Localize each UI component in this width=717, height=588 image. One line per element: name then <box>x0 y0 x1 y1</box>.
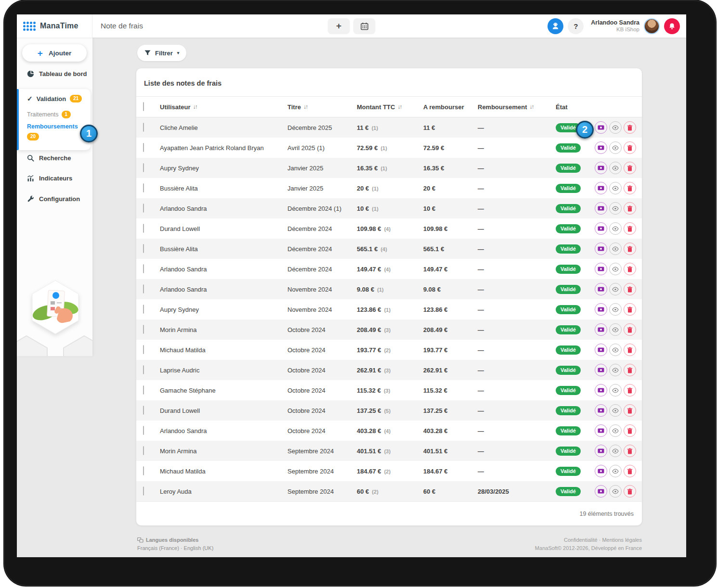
select-all-checkbox[interactable] <box>143 102 144 111</box>
delete-button[interactable] <box>624 222 636 235</box>
add-button[interactable]: + Ajouter <box>22 44 87 62</box>
view-button[interactable] <box>609 182 622 194</box>
pay-button[interactable] <box>595 162 607 174</box>
pay-button[interactable] <box>595 263 607 275</box>
view-button[interactable] <box>609 303 622 316</box>
pay-button[interactable] <box>595 424 607 437</box>
row-checkbox[interactable] <box>143 204 144 213</box>
row-checkbox[interactable] <box>143 244 144 253</box>
row-checkbox[interactable] <box>143 406 144 415</box>
row-checkbox[interactable] <box>143 305 144 314</box>
filter-button[interactable]: Filtrer ▾ <box>137 45 186 61</box>
pay-button[interactable] <box>595 283 607 295</box>
delete-button[interactable] <box>624 121 636 134</box>
sidebar-item-configuration[interactable]: Configuration <box>17 195 92 203</box>
pay-button[interactable] <box>595 121 607 134</box>
row-checkbox[interactable] <box>143 224 144 233</box>
pay-button[interactable] <box>595 404 607 417</box>
pay-button[interactable] <box>595 384 607 396</box>
sidebar-item-traitements[interactable]: Traitements 1 <box>27 111 71 118</box>
row-checkbox[interactable] <box>143 183 144 192</box>
delete-button[interactable] <box>624 283 636 295</box>
delete-button[interactable] <box>624 465 636 477</box>
view-button[interactable] <box>609 162 622 174</box>
pay-button[interactable] <box>595 344 607 356</box>
pay-button[interactable] <box>595 445 607 457</box>
column-header-user[interactable]: Utilisateur ↓↑ <box>160 103 287 111</box>
row-checkbox[interactable] <box>143 385 144 395</box>
view-button[interactable] <box>609 121 622 134</box>
pay-button[interactable] <box>595 364 607 376</box>
sidebar-item-recherche[interactable]: Recherche <box>17 154 92 162</box>
sidebar-item-indicateurs[interactable]: Indicateurs <box>17 175 92 182</box>
delete-button[interactable] <box>624 404 636 417</box>
delete-button[interactable] <box>624 263 636 275</box>
row-checkbox[interactable] <box>143 264 144 273</box>
sidebar-item-dashboard[interactable]: Tableau de bord <box>17 70 92 77</box>
pay-button[interactable] <box>595 243 607 255</box>
view-button[interactable] <box>609 384 622 396</box>
delete-button[interactable] <box>624 243 636 255</box>
row-checkbox[interactable] <box>143 284 144 294</box>
view-button[interactable] <box>609 404 622 417</box>
row-checkbox[interactable] <box>143 446 144 455</box>
legal-links[interactable]: Confidentialité · Mentions légales <box>535 536 642 544</box>
delete-button[interactable] <box>624 303 636 316</box>
column-header-reimbursement[interactable]: Remboursement ↓↑ <box>478 103 556 111</box>
delete-button[interactable] <box>624 323 636 336</box>
delete-button[interactable] <box>624 182 636 194</box>
delete-button[interactable] <box>624 202 636 215</box>
view-button[interactable] <box>609 485 622 498</box>
pay-button[interactable] <box>595 202 607 215</box>
brand-area[interactable]: ManaTime <box>17 14 92 38</box>
delete-button[interactable] <box>624 344 636 356</box>
view-button[interactable] <box>609 283 622 295</box>
view-button[interactable] <box>609 364 622 376</box>
user-block[interactable]: Arlandoo Sandra KB iShop <box>591 19 639 33</box>
row-checkbox[interactable] <box>143 486 144 496</box>
calendar-button[interactable] <box>353 18 376 34</box>
pay-button[interactable] <box>595 182 607 194</box>
help-button[interactable]: ? <box>568 18 584 34</box>
delete-button[interactable] <box>624 445 636 457</box>
view-button[interactable] <box>609 445 622 457</box>
sidebar-item-remboursements[interactable]: Remboursements 20 <box>27 124 78 141</box>
view-button[interactable] <box>609 222 622 235</box>
delete-button[interactable] <box>624 364 636 376</box>
delete-button[interactable] <box>624 384 636 396</box>
pay-button[interactable] <box>595 222 607 235</box>
pay-button[interactable] <box>595 323 607 336</box>
pay-button[interactable] <box>595 485 607 498</box>
column-header-title[interactable]: Titre ↓↑ <box>287 103 357 111</box>
pay-button[interactable] <box>595 303 607 316</box>
pay-button[interactable] <box>595 141 607 154</box>
language-options[interactable]: Français (France) · English (UK) <box>137 544 213 552</box>
avatar[interactable] <box>644 18 660 34</box>
row-checkbox[interactable] <box>143 365 144 374</box>
view-button[interactable] <box>609 465 622 477</box>
view-button[interactable] <box>609 344 622 356</box>
view-button[interactable] <box>609 202 622 215</box>
delete-button[interactable] <box>624 162 636 174</box>
sidebar-item-validation[interactable]: ✓ Validation 21 <box>27 95 82 102</box>
view-button[interactable] <box>609 243 622 255</box>
logout-button[interactable] <box>664 18 680 34</box>
delete-button[interactable] <box>624 485 636 498</box>
row-checkbox[interactable] <box>143 163 144 172</box>
pay-button[interactable] <box>595 465 607 477</box>
view-button[interactable] <box>609 263 622 275</box>
row-checkbox[interactable] <box>143 426 144 435</box>
row-checkbox[interactable] <box>143 466 144 475</box>
row-checkbox[interactable] <box>143 345 144 354</box>
row-checkbox[interactable] <box>143 143 144 152</box>
delete-button[interactable] <box>624 424 636 437</box>
delete-button[interactable] <box>624 141 636 154</box>
row-checkbox[interactable] <box>143 123 144 132</box>
support-button[interactable] <box>548 18 563 34</box>
view-button[interactable] <box>609 424 622 437</box>
row-checkbox[interactable] <box>143 325 144 334</box>
view-button[interactable] <box>609 141 622 154</box>
view-button[interactable] <box>609 323 622 336</box>
column-header-amount[interactable]: Montant TTC ↓↑ <box>357 103 423 111</box>
add-quick-button[interactable]: + <box>328 18 350 34</box>
